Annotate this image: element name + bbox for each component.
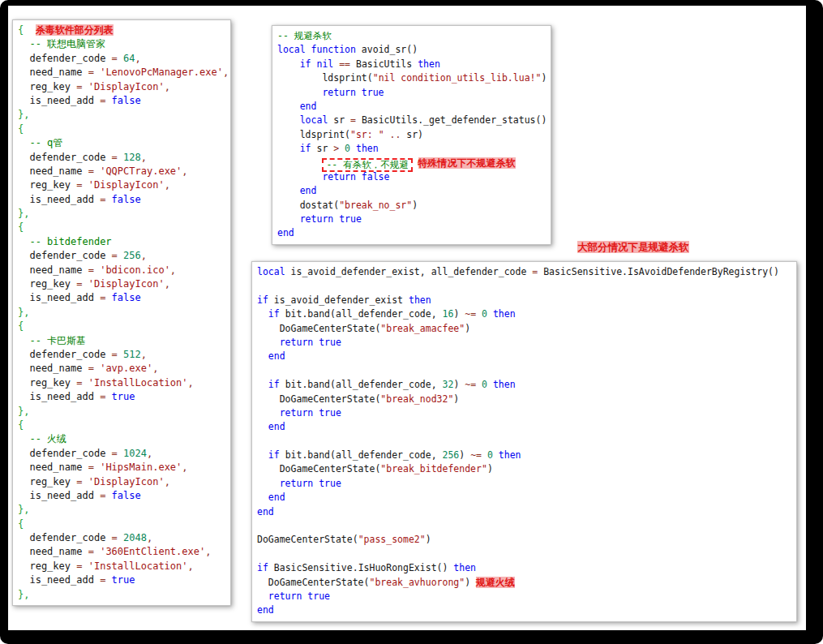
code-token: '360EntClient.exe' — [100, 546, 205, 557]
code-line: }, — [18, 108, 225, 122]
code-line: if bit.band(all_defender_code, 256) ~= 0… — [257, 449, 791, 462]
code-token: false — [112, 95, 141, 106]
code-line: ldsprint("nil condition_utils_lib.lua!") — [277, 71, 546, 85]
code-token: then — [453, 562, 476, 573]
code-token: 0 — [345, 143, 356, 154]
code-token: 'HipsMain.exe' — [100, 462, 182, 473]
code-token: = — [76, 81, 88, 92]
code-token: = — [76, 179, 88, 191]
code-token: , — [165, 278, 170, 290]
code-token: 2048 — [123, 532, 147, 543]
code-token: "break_bitdefender" — [380, 463, 487, 474]
code-token: .. — [384, 129, 407, 140]
code-token: BasicUtils — [350, 58, 418, 70]
red-highlight-annotation: 特殊情况下不规避杀软 — [418, 157, 516, 169]
code-line: local sr = BasicUtils._get_defender_stat… — [277, 114, 546, 127]
code-token: 16 — [443, 308, 454, 320]
code-token: need_name — [18, 462, 88, 473]
code-token: , — [141, 250, 147, 261]
code-line: ldsprint("sr: " .. sr) — [277, 128, 546, 142]
code-token: -- q管 — [18, 137, 62, 148]
code-token: 0 — [482, 308, 493, 320]
code-token: bit.band(all_defender_code, — [285, 449, 443, 461]
code-line: if BasicSensitive.IsHuoRongExist() then — [257, 561, 791, 575]
code-token: is_need_add — [18, 292, 100, 303]
code-token: = — [112, 532, 123, 543]
code-token: true — [112, 391, 135, 402]
code-token: 0 — [487, 449, 499, 461]
code-token: = — [88, 546, 100, 557]
code-token: dostat( — [277, 200, 339, 211]
code-token: reg_key — [18, 81, 76, 92]
code-line: if sr > 0 then — [277, 142, 546, 156]
code-line: need_name = 'bdicon.ico', — [18, 264, 225, 277]
code-token: , — [170, 264, 176, 276]
code-line: if nil == BasicUtils then — [277, 58, 546, 71]
code-token: sr — [333, 114, 350, 126]
code-line: { — [18, 221, 225, 234]
page-canvas: { 杀毒软件部分列表 -- 联想电脑管家 defender_code = 64,… — [8, 6, 806, 630]
code-token: }, — [18, 307, 29, 318]
code-line: end — [277, 184, 546, 198]
code-token: end — [257, 350, 285, 362]
code-token: true — [112, 574, 135, 586]
code-line: DoGameCenterState("break_nod32") — [257, 393, 791, 406]
code-line: is_need_add = false — [18, 489, 225, 503]
code-token: false — [112, 490, 141, 501]
code-token: 1024 — [123, 448, 147, 459]
code-token: , — [188, 377, 194, 389]
code-token: return false — [277, 171, 389, 182]
code-token: , — [147, 448, 152, 459]
code-token: ) — [453, 379, 465, 390]
code-token: end — [257, 421, 285, 432]
code-token: 0 — [482, 379, 493, 390]
code-token: DoGameCenterState( — [257, 577, 369, 588]
code-line: reg_key = 'DisplayIcon', — [18, 277, 225, 291]
code-line — [257, 435, 791, 449]
code-token: local — [257, 266, 291, 277]
code-token: , — [165, 81, 170, 92]
code-line: DoGameCenterState("break_bitdefender") — [257, 462, 791, 476]
code-token: ) — [465, 323, 470, 334]
dashed-red-box-annotation: -- 有杀软，不规避 — [322, 158, 412, 172]
code-token: ) — [459, 449, 470, 461]
code-token: defender_code — [18, 448, 112, 459]
code-token: if — [257, 562, 274, 573]
code-token: -- 联想电脑管家 — [18, 38, 105, 49]
code-line: local is_avoid_defender_exist, all_defen… — [257, 265, 791, 279]
code-line: need_name = 'HipsMain.exe', — [18, 461, 225, 474]
code-token: ~= — [465, 379, 482, 390]
code-token: ldsprint( — [277, 129, 350, 140]
code-token: = — [112, 250, 123, 261]
code-token: "break_amacfee" — [380, 323, 465, 334]
code-token: , — [165, 476, 170, 487]
code-token — [257, 308, 268, 320]
code-token: is_avoid_defender_exist — [274, 294, 409, 306]
code-token: > — [333, 143, 345, 154]
code-token: reg_key — [18, 179, 76, 191]
code-token: if — [257, 294, 274, 306]
code-token: BasicSensitive.IsHuoRongExist() — [274, 562, 454, 573]
code-token: { — [18, 419, 24, 431]
code-token: = — [88, 264, 100, 276]
code-token: 'DisplayIcon' — [88, 476, 165, 487]
code-line: return true — [277, 213, 546, 226]
code-line — [257, 547, 791, 561]
code-token: }, — [18, 406, 29, 417]
code-token: reg_key — [18, 377, 76, 389]
code-token: then — [356, 143, 379, 154]
code-token: = — [76, 560, 88, 572]
code-token: false — [112, 292, 141, 303]
code-token: ) — [541, 72, 547, 84]
code-token: , — [141, 349, 147, 360]
code-token: false — [112, 194, 141, 205]
code-token: 32 — [443, 379, 454, 390]
code-line: -- q管 — [18, 136, 225, 150]
code-line: is_need_add = false — [18, 94, 225, 108]
code-line: reg_key = 'DisplayIcon', — [18, 475, 225, 489]
code-line: defender_code = 512, — [18, 348, 225, 362]
code-token: , — [141, 152, 147, 163]
code-token — [257, 379, 268, 390]
code-line: is_need_add = true — [18, 390, 225, 404]
code-token: }, — [18, 504, 29, 515]
